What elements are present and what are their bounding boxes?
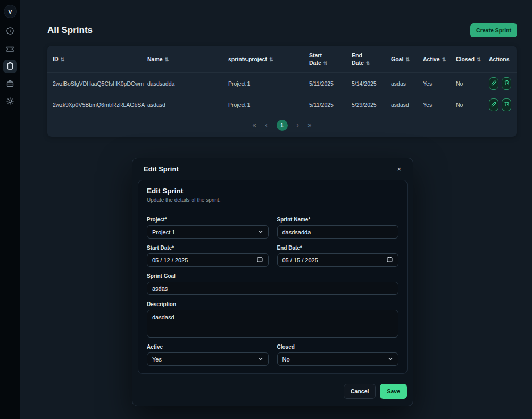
cell-actions	[484, 94, 517, 116]
cell-name: asdasd	[142, 94, 223, 116]
sidebar-item-projects[interactable]	[3, 77, 17, 91]
gear-icon	[6, 97, 14, 107]
pagination-next-button[interactable]: ›	[297, 121, 299, 129]
table-row: 2wzlBoSIgVDHaaQ5CIsHK0pDCwm dasdsadda Pr…	[47, 73, 517, 94]
pagination-current-page[interactable]: 1	[277, 120, 288, 131]
sort-icon: ⇅	[61, 57, 65, 62]
column-header-closed[interactable]: Closed⇅	[451, 46, 484, 73]
cell-name: dasdsadda	[142, 73, 223, 94]
cell-project: Project 1	[223, 94, 304, 116]
cell-id: 2wzk9Xp0V5BbmQ6mtrRzRLAGbSA	[47, 94, 142, 116]
column-header-id[interactable]: ID⇅	[47, 46, 142, 73]
card-header: Edit Sprint Update the details of the sp…	[138, 180, 407, 209]
cell-end-date: 5/14/2025	[346, 73, 386, 94]
column-header-name[interactable]: Name⇅	[142, 46, 223, 73]
ticket-icon	[6, 44, 14, 54]
edit-sprint-card: Edit Sprint Update the details of the sp…	[138, 180, 408, 374]
cell-actions	[484, 73, 517, 94]
edit-sprint-button[interactable]	[489, 77, 498, 90]
sprint-name-input[interactable]	[277, 225, 399, 239]
app-logo-letter: V	[8, 9, 12, 15]
closed-field: Closed No	[277, 344, 399, 366]
pagination-first-button[interactable]: «	[253, 121, 256, 129]
sidebar-nav	[3, 24, 17, 109]
chevron-down-icon	[388, 356, 393, 363]
description-field: Description dasdasd	[147, 301, 398, 338]
page-title: All Sprints	[47, 25, 93, 36]
chevron-down-icon	[258, 356, 263, 363]
sprint-goal-input[interactable]	[147, 282, 398, 295]
pencil-icon	[491, 101, 497, 109]
delete-sprint-button[interactable]	[502, 98, 511, 111]
active-label: Active	[147, 344, 269, 350]
cancel-button[interactable]: Cancel	[344, 384, 376, 399]
sprint-goal-label: Sprint Goal	[147, 273, 398, 279]
calendar-icon	[256, 256, 263, 264]
app-logo[interactable]: V	[4, 5, 17, 18]
column-header-project[interactable]: sprints.project⇅	[223, 46, 304, 73]
cell-id: 2wzlBoSIgVDHaaQ5CIsHK0pDCwm	[47, 73, 142, 94]
pagination: « ‹ 1 › »	[47, 116, 517, 137]
modal-title: Edit Sprint	[144, 165, 179, 173]
sort-icon: ⇅	[165, 57, 169, 62]
sprint-name-field: Sprint Name*	[277, 217, 399, 239]
closed-select[interactable]: No	[277, 352, 399, 366]
close-icon[interactable]: ×	[395, 164, 403, 174]
pencil-icon	[491, 79, 497, 88]
sort-icon: ⇅	[366, 61, 370, 66]
modal-header: Edit Sprint ×	[132, 158, 413, 179]
cell-project: Project 1	[223, 73, 304, 94]
card-subtitle: Update the details of the sprint.	[147, 197, 398, 203]
delete-sprint-button[interactable]	[502, 77, 511, 90]
edit-sprint-button[interactable]	[489, 98, 498, 111]
cell-start-date: 5/11/2025	[304, 73, 346, 94]
cell-closed: No	[451, 94, 484, 116]
column-header-active[interactable]: Active⇅	[418, 46, 451, 73]
start-date-input[interactable]: 05 / 12 / 2025	[147, 253, 269, 267]
cell-active: Yes	[418, 73, 451, 94]
description-label: Description	[147, 301, 398, 307]
sidebar-item-info[interactable]	[3, 24, 17, 38]
cell-end-date: 5/29/2025	[346, 94, 386, 116]
sidebar-item-tickets[interactable]	[3, 42, 17, 56]
create-sprint-button[interactable]: Create Sprint	[470, 23, 517, 37]
project-field: Project* Project 1	[147, 217, 269, 239]
trash-icon	[503, 79, 510, 88]
pagination-last-button[interactable]: »	[308, 121, 312, 129]
sidebar-item-settings[interactable]	[3, 95, 17, 109]
edit-sprint-modal: Edit Sprint × Edit Sprint Update the det…	[132, 158, 413, 406]
pagination-prev-button[interactable]: ‹	[265, 121, 268, 129]
project-label: Project*	[147, 217, 269, 223]
cell-start-date: 5/11/2025	[304, 94, 346, 116]
description-textarea[interactable]: dasdasd	[147, 310, 398, 338]
sidebar-item-sprints[interactable]	[3, 60, 17, 73]
active-select[interactable]: Yes	[147, 352, 269, 366]
sort-icon: ⇅	[323, 61, 328, 66]
column-header-end-date[interactable]: End Date⇅	[346, 46, 386, 73]
end-date-input[interactable]: 05 / 15 / 2025	[277, 253, 399, 267]
modal-footer: Cancel Save	[132, 377, 413, 406]
sprints-table-panel: ID⇅ Name⇅ sprints.project⇅ Start Date⇅ E…	[47, 46, 517, 137]
start-date-label: Start Date*	[147, 245, 269, 251]
save-button[interactable]: Save	[380, 384, 407, 399]
clipboard-icon	[6, 62, 14, 72]
cell-goal: asdas	[386, 73, 418, 94]
card-title: Edit Sprint	[147, 187, 398, 195]
project-select[interactable]: Project 1	[147, 225, 269, 239]
column-header-start-date[interactable]: Start Date⇅	[304, 46, 346, 73]
table-row: 2wzk9Xp0V5BbmQ6mtrRzRLAGbSA asdasd Proje…	[47, 94, 517, 116]
cell-goal: asdasd	[386, 94, 418, 116]
sort-icon: ⇅	[269, 57, 273, 62]
page-header: All Sprints Create Sprint	[20, 0, 532, 46]
end-date-field: End Date* 05 / 15 / 2025	[277, 245, 399, 267]
edit-sprint-form: Project* Project 1 Sprint Name* Start Da…	[138, 209, 407, 373]
column-header-goal[interactable]: Goal⇅	[386, 46, 418, 73]
end-date-label: End Date*	[277, 245, 399, 251]
column-header-actions: Actions	[484, 46, 517, 73]
sort-icon: ⇅	[477, 57, 481, 62]
sprint-name-label: Sprint Name*	[277, 217, 399, 223]
briefcase-icon	[6, 79, 14, 89]
table-header-row: ID⇅ Name⇅ sprints.project⇅ Start Date⇅ E…	[47, 46, 517, 73]
trash-icon	[503, 101, 510, 109]
info-icon	[6, 27, 14, 37]
